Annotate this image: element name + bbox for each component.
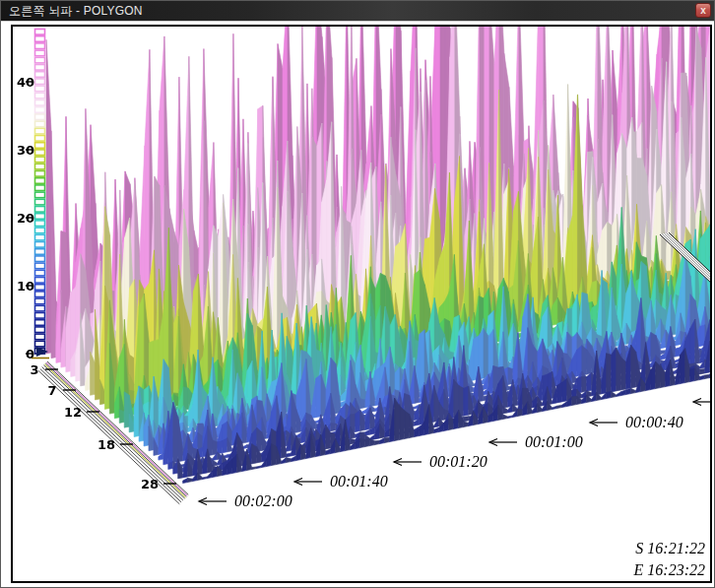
time-tick-0140: 00:01:40 bbox=[330, 473, 388, 490]
end-time-label: E 16:23:22 bbox=[634, 561, 705, 579]
freq-tick-3: 3 bbox=[30, 362, 38, 377]
amp-tick-20: 20 bbox=[17, 211, 34, 226]
start-time-label: S 16:21:22 bbox=[635, 540, 705, 557]
freq-tick-12: 12 bbox=[64, 405, 82, 420]
amp-tick-10: 10 bbox=[17, 279, 34, 294]
amp-tick-40: 40 bbox=[17, 75, 34, 90]
freq-tick-7: 7 bbox=[47, 383, 56, 398]
amp-tick-0: 0 bbox=[26, 347, 34, 361]
close-icon[interactable]: x bbox=[695, 3, 711, 18]
window-title: 오른쪽 뇌파 - POLYGON bbox=[9, 1, 143, 21]
app-window: 오른쪽 뇌파 - POLYGON x 40 30 20 10 0 3 7 12 … bbox=[0, 0, 715, 588]
title-bar[interactable]: 오른쪽 뇌파 - POLYGON x bbox=[1, 1, 714, 22]
freq-tick-18: 18 bbox=[98, 437, 115, 452]
freq-tick-28: 28 bbox=[141, 477, 159, 491]
spectral-surface-canvas bbox=[13, 27, 710, 581]
client-area: 40 30 20 10 0 3 7 12 18 28 00:00:40 00:0… bbox=[2, 23, 713, 586]
chart-frame: 40 30 20 10 0 3 7 12 18 28 00:00:40 00:0… bbox=[11, 25, 712, 583]
time-tick-0120: 00:01:20 bbox=[429, 453, 488, 471]
time-tick-0200: 00:02:00 bbox=[234, 492, 292, 510]
time-tick-0100: 00:01:00 bbox=[525, 433, 583, 451]
time-tick-0040: 00:00:40 bbox=[625, 414, 683, 431]
amp-tick-30: 30 bbox=[17, 143, 34, 158]
